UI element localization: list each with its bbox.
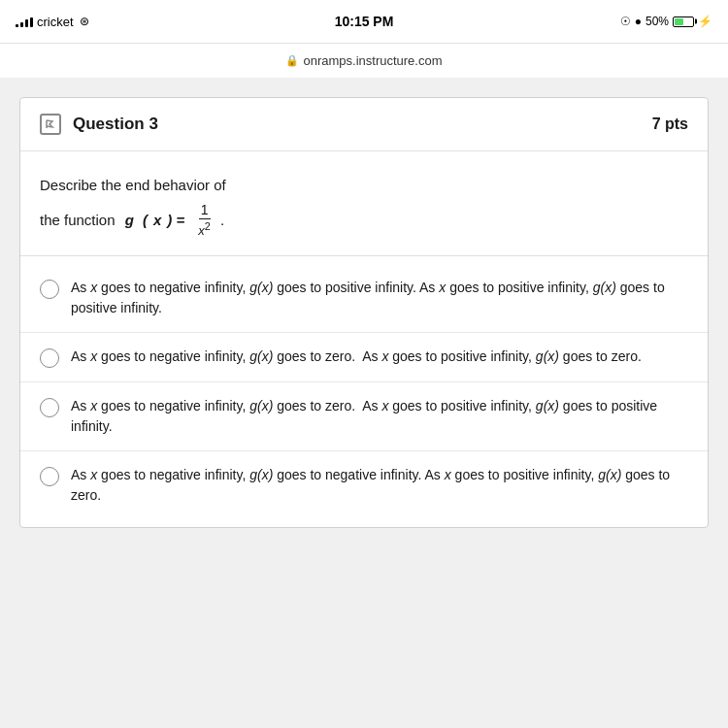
- options-container: As x goes to negative infinity, g(x) goe…: [20, 256, 708, 527]
- status-right: ☉ ● 50% ⚡: [620, 15, 712, 28]
- period: .: [220, 212, 224, 228]
- radio-a[interactable]: [40, 280, 59, 299]
- battery-icon: [673, 17, 694, 27]
- option-d[interactable]: As x goes to negative infinity, g(x) goe…: [20, 451, 708, 519]
- radio-d[interactable]: [40, 467, 59, 486]
- numerator: 1: [199, 201, 211, 219]
- address-bar: 🔒 onramps.instructure.com: [0, 43, 728, 78]
- time-display: 10:15 PM: [335, 14, 394, 29]
- lock-icon: 🔒: [285, 54, 299, 67]
- location-icon: ☉: [620, 15, 631, 28]
- question-header: Question 3 7 pts: [20, 98, 708, 151]
- question-points: 7 pts: [652, 116, 688, 133]
- url-display: onramps.instructure.com: [303, 53, 442, 68]
- question-title: Question 3: [73, 115, 641, 134]
- battery-percent: 50%: [645, 15, 669, 28]
- wifi-icon: ⊛: [80, 15, 89, 28]
- math-paren-close: ) =: [167, 212, 188, 228]
- option-a[interactable]: As x goes to negative infinity, g(x) goe…: [20, 264, 708, 333]
- alert-icon: ●: [635, 15, 642, 28]
- denominator: x2: [196, 219, 213, 240]
- option-a-text: As x goes to negative infinity, g(x) goe…: [71, 278, 688, 318]
- prompt-part2: the function: [40, 212, 119, 228]
- math-var: x: [153, 212, 161, 228]
- option-c[interactable]: As x goes to negative infinity, g(x) goe…: [20, 382, 708, 451]
- signal-bars-icon: [16, 16, 33, 27]
- question-formula: the function g ( x ) = 1 x2 .: [40, 201, 688, 240]
- fraction-display: 1 x2: [196, 201, 213, 240]
- radio-c[interactable]: [40, 398, 59, 417]
- carrier-label: cricket: [37, 15, 74, 29]
- radio-b[interactable]: [40, 348, 59, 368]
- status-bar: cricket ⊛ 10:15 PM ☉ ● 50% ⚡: [0, 0, 728, 43]
- phone-frame: cricket ⊛ 10:15 PM ☉ ● 50% ⚡ 🔒 onramps.i…: [0, 0, 728, 728]
- option-b[interactable]: As x goes to negative infinity, g(x) goe…: [20, 333, 708, 382]
- question-body: Describe the end behavior of the functio…: [20, 151, 708, 256]
- option-c-text: As x goes to negative infinity, g(x) goe…: [71, 396, 688, 437]
- option-d-text: As x goes to negative infinity, g(x) goe…: [71, 465, 688, 506]
- charging-icon: ⚡: [698, 15, 712, 28]
- question-prompt-line1: Describe the end behavior of: [40, 175, 688, 197]
- math-expression: g: [125, 212, 134, 228]
- flag-icon[interactable]: [40, 114, 61, 135]
- option-b-text: As x goes to negative infinity, g(x) goe…: [71, 347, 642, 367]
- status-left: cricket ⊛: [16, 15, 89, 29]
- content-area: Question 3 7 pts Describe the end behavi…: [0, 78, 728, 728]
- question-card: Question 3 7 pts Describe the end behavi…: [19, 97, 709, 528]
- math-paren-open: (: [140, 212, 148, 228]
